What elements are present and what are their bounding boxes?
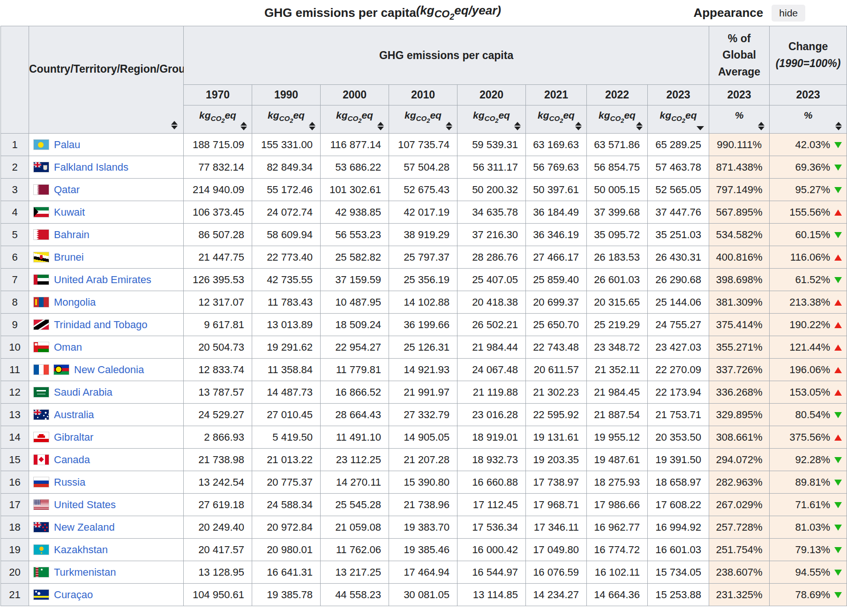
country-link[interactable]: New Caledonia — [74, 364, 144, 376]
value-cell: 50 397.61 — [526, 179, 587, 201]
unit-header-2022[interactable]: kgCO2eq — [587, 105, 648, 134]
unit-header-1990[interactable]: kgCO2eq — [252, 105, 321, 134]
pct-global-cell: 329.895% — [709, 404, 770, 426]
kazakhstan-flag-icon — [34, 545, 49, 555]
pct-global-cell: 797.149% — [709, 179, 770, 201]
country-link[interactable]: Oman — [54, 341, 82, 353]
sort-icon[interactable] — [636, 122, 643, 130]
france-flag-icon — [34, 365, 49, 375]
country-column-header[interactable]: Country/Territory/Region/Group — [29, 26, 184, 134]
kuwait-flag-icon — [34, 207, 49, 217]
table-row: 14Gibraltar2 866.935 419.5011 491.1014 9… — [1, 426, 847, 449]
country-cell: Mongolia — [29, 291, 184, 314]
unit-header-1970[interactable]: kgCO2eq — [184, 105, 252, 134]
table-row: 7United Arab Emirates126 395.5342 735.55… — [1, 269, 847, 291]
value-cell: 13 242.54 — [184, 471, 252, 494]
pct-global-cell: 257.728% — [709, 516, 770, 539]
change-cell: 155.56% — [770, 201, 847, 224]
unit-header-2000[interactable]: kgCO2eq — [321, 105, 389, 134]
rank-cell: 3 — [1, 179, 29, 201]
value-cell: 50 200.32 — [457, 179, 526, 201]
country-link[interactable]: Kazakhstan — [54, 544, 108, 556]
value-cell: 155 331.00 — [252, 134, 321, 156]
change-cell: 116.06% — [770, 246, 847, 269]
trend-down-icon — [834, 277, 842, 283]
country-link[interactable]: Gibraltar — [54, 431, 93, 443]
value-cell: 11 491.10 — [321, 426, 389, 449]
country-link[interactable]: Palau — [54, 139, 80, 151]
country-link[interactable]: Saudi Arabia — [54, 386, 112, 398]
country-link[interactable]: Russia — [54, 476, 85, 488]
value-cell: 18 932.73 — [457, 449, 526, 471]
sort-icon[interactable] — [309, 122, 315, 130]
value-cell: 38 919.29 — [389, 224, 457, 246]
sort-icon[interactable] — [446, 122, 452, 130]
kgco2eq-unit-label: kgCO2eq — [599, 110, 636, 120]
change-cell: 92.28% — [770, 449, 847, 471]
value-cell: 63 571.86 — [587, 134, 648, 156]
value-cell: 26 430.31 — [648, 246, 709, 269]
table-row: 20Turkmenistan13 128.9516 641.3113 217.2… — [1, 561, 847, 584]
change-value: 89.81% — [795, 476, 830, 488]
ghg-emissions-table: Country/Territory/Region/Group GHG emiss… — [0, 26, 847, 606]
unit-header-2020[interactable]: kgCO2eq — [457, 105, 526, 134]
country-cell: Kuwait — [29, 201, 184, 224]
sort-icon[interactable] — [377, 122, 384, 130]
table-row: 2Falkland Islands77 832.1482 849.3453 68… — [1, 156, 847, 179]
trend-up-icon — [834, 210, 842, 216]
group-header: GHG emissions per capita — [184, 26, 709, 85]
country-link[interactable]: Brunei — [54, 251, 84, 263]
sort-icon[interactable] — [240, 122, 247, 130]
change-value: 375.56% — [789, 431, 830, 443]
trend-up-icon — [834, 390, 842, 396]
country-link[interactable]: New Zealand — [54, 521, 115, 533]
sort-icon[interactable] — [835, 122, 842, 130]
country-link[interactable]: United Arab Emirates — [54, 274, 151, 286]
change-value: 79.13% — [795, 544, 830, 556]
country-link[interactable]: Bahrain — [54, 229, 90, 241]
mongolia-flag-icon — [34, 297, 49, 307]
pct-global-unit-header[interactable]: % — [709, 105, 770, 134]
value-cell: 52 675.43 — [389, 179, 457, 201]
value-cell: 24 067.48 — [457, 359, 526, 381]
rank-cell: 13 — [1, 404, 29, 426]
value-cell: 21 119.88 — [457, 381, 526, 404]
country-link[interactable]: United States — [54, 499, 116, 511]
sort-icon[interactable] — [514, 122, 521, 130]
country-link[interactable]: Australia — [54, 409, 94, 421]
country-link[interactable]: Falkland Islands — [54, 161, 128, 173]
value-cell: 25 650.70 — [526, 314, 587, 336]
value-cell: 19 391.50 — [648, 449, 709, 471]
sort-icon[interactable] — [171, 121, 178, 129]
value-cell: 22 270.09 — [648, 359, 709, 381]
trend-up-icon — [834, 255, 842, 261]
curacao-flag-icon — [34, 590, 49, 600]
value-cell: 37 159.59 — [321, 269, 389, 291]
country-link[interactable]: Trinidad and Tobago — [54, 319, 147, 331]
value-cell: 14 270.11 — [321, 471, 389, 494]
country-link[interactable]: Qatar — [54, 184, 80, 196]
country-link[interactable]: Curaçao — [54, 589, 93, 601]
sort-icon[interactable] — [758, 122, 765, 130]
hide-button[interactable]: hide — [772, 5, 805, 22]
value-cell: 12 317.07 — [184, 291, 252, 314]
value-cell: 34 635.78 — [457, 201, 526, 224]
sort-icon[interactable] — [575, 122, 582, 130]
table-row: 18New Zealand20 249.4020 972.8421 059.08… — [1, 516, 847, 539]
country-link[interactable]: Turkmenistan — [54, 566, 116, 578]
country-link[interactable]: Mongolia — [54, 296, 96, 308]
change-value: 71.61% — [795, 499, 830, 511]
country-link[interactable]: Canada — [54, 454, 90, 466]
value-cell: 214 940.09 — [184, 179, 252, 201]
country-link[interactable]: Kuwait — [54, 206, 85, 218]
value-cell: 77 832.14 — [184, 156, 252, 179]
unit-header-2021[interactable]: kgCO2eq — [526, 105, 587, 134]
sort-descending-icon[interactable] — [697, 126, 704, 130]
table-row: 5Bahrain86 507.2858 609.9456 553.2338 91… — [1, 224, 847, 246]
change-unit-header[interactable]: % — [770, 105, 847, 134]
value-cell: 21 059.08 — [321, 516, 389, 539]
value-cell: 17 738.97 — [526, 471, 587, 494]
value-cell: 26 183.53 — [587, 246, 648, 269]
unit-header-2023[interactable]: kgCO2eq — [648, 105, 709, 134]
unit-header-2010[interactable]: kgCO2eq — [389, 105, 457, 134]
